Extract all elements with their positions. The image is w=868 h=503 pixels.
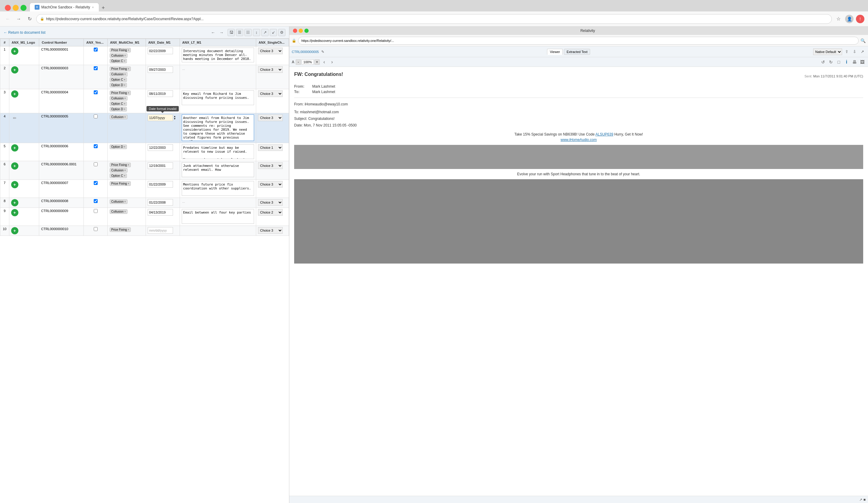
cell-lt-field[interactable]: ... [180, 65, 256, 89]
cell-single-choice[interactable]: Choice 2 [256, 208, 289, 226]
viewer-bottom-icon2[interactable]: ■ [864, 497, 866, 502]
date-input[interactable] [148, 209, 173, 216]
viewer-type-dropdown[interactable]: Native Default [813, 49, 842, 55]
table-row[interactable]: 1+CTRL0000000001Price Fixing×Collusion×O… [0, 46, 289, 65]
tag[interactable]: Option D× [110, 107, 127, 112]
cell-multi-choice[interactable]: Collusion× [107, 113, 146, 143]
cell-date[interactable] [146, 208, 180, 226]
fit-page-button[interactable]: □ [836, 59, 842, 65]
cell-multi-choice[interactable]: Price Fixing× [107, 226, 146, 236]
rotate-left-button[interactable]: ↺ [820, 59, 826, 65]
table-row[interactable]: 6+CTRL0000000006.0001Price Fixing×Collus… [0, 161, 289, 180]
tab-close-button[interactable]: × [92, 6, 94, 9]
cell-date[interactable]: Date format invalid▲▼ [146, 113, 180, 143]
tag[interactable]: Price Fixing× [110, 91, 131, 95]
logo-circle[interactable]: + [11, 144, 18, 151]
lt-textarea[interactable] [182, 209, 254, 224]
logo-circle[interactable]: + [11, 48, 18, 55]
cell-lt-field[interactable]: ... [180, 198, 256, 208]
cell-lt-field[interactable] [180, 180, 256, 198]
email-link2[interactable]: www.iHomeAudio.com [561, 138, 597, 142]
next-page-button[interactable]: → [218, 29, 225, 36]
print-button[interactable]: 🖶 [851, 59, 858, 65]
cell-lt-field[interactable] [180, 226, 256, 236]
table-row[interactable]: 7+CTRL0000000007Price Fixing×Choice 3 [0, 180, 289, 198]
date-input[interactable] [148, 144, 173, 151]
yes-checkbox[interactable] [94, 209, 98, 213]
close-traffic-light[interactable] [5, 5, 11, 11]
logo-circle[interactable]: + [11, 181, 18, 188]
single-choice-select[interactable]: Choice 3 [258, 66, 283, 73]
settings-button[interactable]: ⚙ [278, 29, 286, 36]
logo-pencil[interactable]: ✏ [11, 114, 18, 122]
single-choice-select[interactable]: Choice 3 [258, 114, 283, 121]
table-row[interactable]: 9+CTRL0000000009Collusion×Choice 2 [0, 208, 289, 226]
cell-lt-field[interactable] [180, 89, 256, 113]
tag-remove-button[interactable]: × [124, 54, 126, 57]
cell-multi-choice[interactable]: Collusion× [107, 198, 146, 208]
tag[interactable]: Price Fixing× [110, 48, 131, 52]
yes-checkbox[interactable] [94, 163, 98, 166]
info-button[interactable]: i [843, 59, 850, 65]
cell-lt-field[interactable] [180, 161, 256, 180]
single-choice-select[interactable]: Choice 3 [258, 163, 283, 169]
prev-page-button[interactable]: ← [209, 29, 217, 36]
single-choice-select[interactable]: Choice 3 [258, 90, 283, 97]
table-row[interactable]: 8+CTRL0000000008Collusion×...Choice 3 [0, 198, 289, 208]
tag-remove-button[interactable]: × [124, 78, 125, 81]
lt-textarea[interactable] [182, 90, 254, 105]
forward-button[interactable]: → [14, 15, 23, 23]
yes-checkbox[interactable] [94, 114, 98, 118]
yes-checkbox[interactable] [94, 90, 98, 94]
cell-lt-field[interactable] [180, 113, 256, 143]
cell-multi-choice[interactable]: Price Fixing×Collusion×Option C× [107, 46, 146, 65]
yes-checkbox[interactable] [94, 48, 98, 52]
table-row[interactable]: 10+CTRL0000000010Price Fixing×Choice 3 [0, 226, 289, 236]
cell-single-choice[interactable]: Choice 3 [256, 161, 289, 180]
filter-button[interactable]: ☷ [245, 29, 252, 36]
breadcrumb-edit-icon[interactable]: ✎ [321, 50, 324, 54]
tag-remove-button[interactable]: × [124, 73, 126, 76]
cell-lt-field[interactable] [180, 46, 256, 65]
cell-yes-checkbox[interactable] [84, 89, 107, 113]
single-choice-select[interactable]: Choice 3 [258, 227, 283, 234]
new-tab-button[interactable]: + [100, 4, 107, 11]
tag-remove-button[interactable]: × [124, 115, 126, 119]
profile-button[interactable]: 👤 [845, 15, 854, 23]
date-input[interactable] [148, 163, 173, 169]
tab-viewer[interactable]: Viewer [547, 49, 562, 55]
logo-circle[interactable]: + [11, 209, 18, 216]
yes-checkbox[interactable] [94, 181, 98, 185]
cell-date[interactable] [146, 161, 180, 180]
cell-lt-field[interactable] [180, 143, 256, 161]
tag-remove-button[interactable]: × [124, 174, 125, 177]
tag-remove-button[interactable]: × [127, 91, 129, 95]
extension-button[interactable]: ! [856, 15, 865, 23]
tag[interactable]: Collusion× [110, 209, 127, 214]
url-bar[interactable]: 🔒 https://jndediscovery-current-sandbox.… [36, 14, 832, 24]
cell-yes-checkbox[interactable] [84, 113, 107, 143]
tag[interactable]: Price Fixing× [110, 228, 131, 232]
sort-button[interactable]: ↕ [253, 29, 260, 36]
single-choice-select[interactable]: Choice 2 [258, 209, 283, 216]
tag[interactable]: Price Fixing× [110, 181, 131, 186]
viewer-url-input[interactable] [298, 37, 859, 44]
cell-yes-checkbox[interactable] [84, 143, 107, 161]
download-button[interactable]: ⇩ [851, 49, 858, 55]
tag[interactable]: Option C× [110, 102, 127, 106]
logo-circle[interactable]: + [11, 90, 18, 97]
cell-date[interactable] [146, 198, 180, 208]
cell-yes-checkbox[interactable] [84, 46, 107, 65]
upload-button[interactable]: ⇧ [843, 49, 850, 55]
tag-remove-button[interactable]: × [124, 59, 125, 63]
cell-multi-choice[interactable]: Option D× [107, 143, 146, 161]
cell-multi-choice[interactable]: Price Fixing×Collusion×Option C×Option D… [107, 65, 146, 89]
cell-yes-checkbox[interactable] [84, 65, 107, 89]
cell-lt-field[interactable] [180, 208, 256, 226]
cell-date[interactable] [146, 180, 180, 198]
prev-doc-button[interactable]: ‹ [321, 59, 328, 65]
printer-button[interactable]: 🖼 [859, 59, 866, 65]
email-link1[interactable]: ALSUP639 [595, 132, 613, 136]
zoom-out-button[interactable]: - [296, 59, 301, 65]
viewer-minimize-button[interactable] [299, 29, 303, 33]
